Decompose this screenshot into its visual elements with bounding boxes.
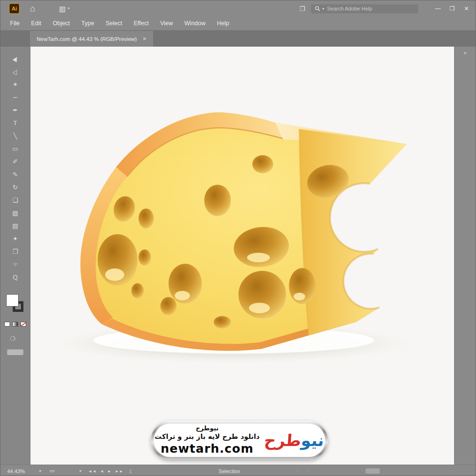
gradient-button[interactable] (12, 322, 18, 327)
search-box[interactable]: ▾ Search Adobe Help (311, 4, 418, 13)
menu-view[interactable]: View (154, 20, 178, 27)
artboard-dropdown-icon[interactable]: ▾ (79, 469, 81, 473)
fill-swatch[interactable] (6, 294, 19, 307)
chevron-down-icon: ▾ (68, 7, 69, 10)
arrange-documents-icon[interactable]: ❐ (299, 6, 305, 12)
eyedropper-tool-icon[interactable]: ✦ (0, 232, 30, 245)
pencil-tool-icon[interactable]: ✎ (0, 168, 30, 181)
color-button[interactable] (4, 322, 10, 327)
none-button[interactable] (20, 322, 26, 327)
artboard-canvas[interactable]: نیوطرح دانلود طرح لایه باز بنر و تراکت n… (30, 47, 454, 465)
document-tab-title: NewTarh.com @ 44.43 % (RGB/Preview) (37, 36, 137, 42)
watermark-tagline-fa: دانلود طرح لایه باز بنر و تراکت (155, 432, 260, 441)
menu-window[interactable]: Window (178, 20, 211, 27)
tools-panel: ▶▷✶∽✒T╲▭✐✎↻❏▧▤✦❐☞Q ❍ (0, 47, 30, 465)
selection-tool-icon[interactable]: ▶ (0, 52, 30, 65)
minimize-button[interactable]: — (431, 5, 445, 12)
shape-builder-tool-icon[interactable]: ▧ (0, 207, 30, 219)
drawing-mode-icon[interactable]: ❍ (10, 335, 16, 342)
menu-type[interactable]: Type (76, 20, 100, 27)
watermark-brand-fa: نیوطرح (155, 425, 260, 432)
scale-tool-icon[interactable]: ❏ (0, 194, 30, 207)
rotate-tool-icon[interactable]: ↻ (0, 181, 30, 194)
rectangle-tool-icon[interactable]: ▭ (0, 142, 30, 155)
lasso-tool-icon[interactable]: ∽ (0, 91, 30, 104)
magic-wand-tool-icon[interactable]: ✶ (0, 78, 30, 91)
tabbar: NewTarh.com @ 44.43 % (RGB/Preview) ✕ (0, 30, 476, 47)
app-logo-icon[interactable]: Ai (9, 3, 20, 14)
statusbar: 44.43% ▾ ▭ ▾ ◂◂ ◂ ▸ ▸▸ 1 Selection · · (0, 465, 476, 476)
titlebar: Ai ⌂ ▥ ▾ ❐ ▾ Search Adobe Help — ❐ ✕ (0, 0, 476, 17)
horizontal-scrollbar-thumb[interactable] (366, 468, 380, 474)
search-icon (315, 6, 320, 11)
tab-close-icon[interactable]: ✕ (142, 36, 146, 41)
close-button[interactable]: ✕ (459, 5, 474, 12)
workspace-icon: ▥ (59, 5, 66, 12)
status-extra-icons: · · (298, 468, 313, 474)
menu-edit[interactable]: Edit (25, 20, 47, 27)
fill-stroke-swatches[interactable] (6, 294, 25, 315)
collapse-panels-icon[interactable]: « (464, 50, 467, 56)
hand-tool-icon[interactable]: ☞ (0, 258, 30, 271)
watermark-logo: نیوطرح (264, 432, 325, 448)
zoom-dropdown-icon[interactable]: ▾ (39, 469, 41, 473)
chevron-down-icon: ▾ (322, 7, 324, 11)
gradient-tool-icon[interactable]: ▤ (0, 219, 30, 232)
pen-tool-icon[interactable]: ✒ (0, 104, 30, 117)
panel-dock-collapsed: « (454, 47, 476, 465)
restore-button[interactable]: ❐ (445, 5, 459, 12)
color-mode-row (4, 322, 26, 327)
menu-select[interactable]: Select (100, 20, 128, 27)
workspace-switcher-icon[interactable]: ▥ ▾ (59, 5, 69, 12)
artboard-navigation[interactable]: ◂◂ ◂ ▸ ▸▸ (89, 468, 124, 474)
menu-file[interactable]: File (4, 20, 25, 27)
direct-selection-tool-icon[interactable]: ▷ (0, 65, 30, 78)
menu-object[interactable]: Object (47, 20, 76, 27)
watermark-domain: newtarh.com (155, 441, 260, 456)
zoom-tool-icon[interactable]: Q (0, 271, 30, 284)
menubar: FileEditObjectTypeSelectEffectViewWindow… (0, 17, 476, 30)
line-segment-tool-icon[interactable]: ╲ (0, 129, 30, 142)
menu-help[interactable]: Help (211, 20, 235, 27)
status-tool-hint: Selection (218, 468, 240, 474)
status-separator: 1 (129, 468, 132, 474)
screen-mode-button[interactable] (7, 349, 23, 355)
cheese-side-face (299, 129, 407, 335)
artboard-icon: ▭ (50, 468, 54, 474)
zoom-level[interactable]: 44.43% (7, 468, 25, 474)
watermark-logo-red: طرح (264, 431, 302, 450)
document-tab[interactable]: NewTarh.com @ 44.43 % (RGB/Preview) ✕ (30, 31, 154, 47)
watermark-logo-blue: نیو (301, 431, 325, 450)
home-icon[interactable]: ⌂ (30, 4, 35, 13)
watermark: نیوطرح دانلود طرح لایه باز بنر و تراکت n… (151, 421, 328, 460)
search-placeholder: Search Adobe Help (327, 6, 372, 11)
menu-effect[interactable]: Effect (128, 20, 155, 27)
cheese-illustration (52, 110, 423, 367)
illustrator-window: Ai ⌂ ▥ ▾ ❐ ▾ Search Adobe Help — ❐ ✕ Fil… (0, 0, 476, 476)
type-tool-icon[interactable]: T (0, 117, 30, 129)
artboard-tool-icon[interactable]: ❐ (0, 245, 30, 258)
paintbrush-tool-icon[interactable]: ✐ (0, 155, 30, 168)
